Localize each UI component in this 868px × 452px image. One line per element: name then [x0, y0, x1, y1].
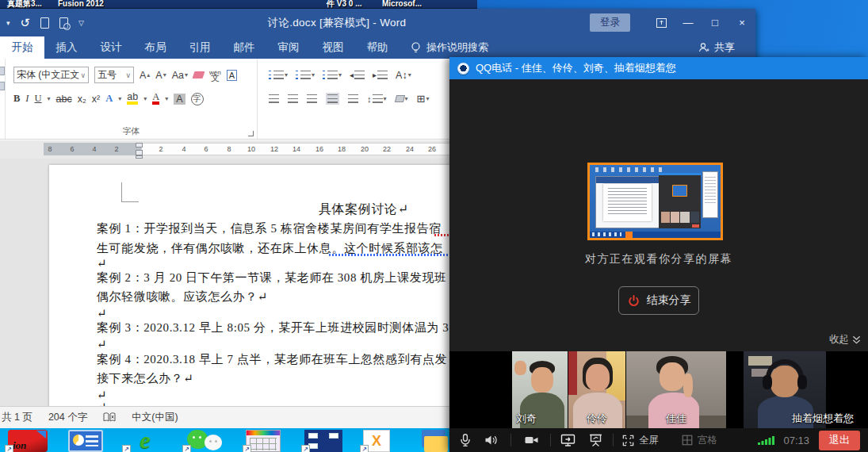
enclose-characters-button[interactable]: 字 — [191, 93, 204, 105]
desktop-icon-wechat[interactable]: ↗ — [185, 430, 230, 452]
background-window-title[interactable]: 件 V3 0 ... — [327, 0, 361, 8]
highlight-button[interactable]: ab — [127, 93, 138, 105]
clear-formatting-button[interactable] — [193, 71, 204, 79]
multilevel-list-button[interactable]: ▾ — [323, 71, 342, 79]
font-name-value: 宋体 (中文正文 — [17, 68, 79, 82]
tab-layout[interactable]: 布局 — [133, 36, 178, 59]
fullscreen-button[interactable]: 全屏 — [621, 434, 659, 447]
tell-me-search[interactable]: 操作说明搜索 — [411, 36, 488, 59]
grow-font-button[interactable]: A▴ — [140, 70, 150, 81]
tab-references[interactable]: 引用 — [178, 36, 222, 59]
speaker-icon[interactable] — [484, 433, 498, 447]
align-center-button[interactable] — [288, 94, 298, 103]
italic-button[interactable]: I — [25, 93, 29, 105]
desktop-icon-x-document[interactable]: X↗ — [363, 430, 404, 452]
new-document-icon[interactable] — [40, 17, 49, 29]
grid-view-button[interactable]: 宫格 — [681, 434, 717, 447]
subscript-button[interactable]: x₂ — [78, 94, 86, 105]
increase-indent-button[interactable]: ▸ — [373, 71, 388, 79]
language-status[interactable]: 中文(中国) — [132, 411, 178, 424]
bullets-button[interactable]: ▾ — [269, 71, 288, 79]
justify-button[interactable] — [326, 93, 339, 105]
desktop[interactable]: ion↗ e↗ ↗ ↗ ↗ X↗ — [0, 428, 449, 452]
decrease-indent-button[interactable]: ◂ — [350, 71, 365, 79]
desktop-icon-folder[interactable] — [422, 430, 449, 452]
background-window-title[interactable]: Microsof... — [382, 0, 422, 8]
shrink-font-button[interactable]: A▾ — [155, 70, 166, 81]
font-dialog-launcher[interactable] — [248, 131, 254, 136]
sort-button[interactable]: A↕▾ — [396, 70, 411, 81]
font-color-button[interactable]: A — [152, 93, 159, 105]
exit-call-button[interactable]: 退出 — [819, 431, 860, 450]
distribute-button[interactable] — [348, 94, 358, 103]
chevron-down-icon[interactable]: ▾ — [6, 19, 10, 27]
collapse-videos-button[interactable]: 收起 — [829, 333, 862, 347]
tab-review[interactable]: 审阅 — [266, 36, 311, 59]
toolbar-divider — [613, 434, 614, 446]
ruler-number: 4 — [182, 145, 185, 153]
line-spacing-button[interactable]: ↕▾ — [367, 94, 387, 104]
ribbon-display-options-icon[interactable] — [648, 16, 675, 30]
borders-button[interactable]: ⊞▾ — [417, 93, 430, 105]
video-thumbnail[interactable]: 佳佳 — [626, 351, 726, 428]
strikethrough-button[interactable]: abc — [56, 94, 72, 105]
proofing-errors-icon[interactable] — [103, 412, 116, 423]
underline-button[interactable]: U — [35, 93, 42, 105]
end-share-button[interactable]: 结束分享 — [618, 286, 699, 315]
word-titlebar[interactable]: ▾ ↺ ▽ 讨论.docx [兼容模式] - Word 登录 — □ × — [0, 9, 755, 36]
microphone-icon[interactable] — [458, 433, 472, 447]
page-count[interactable]: 共 1 页 — [2, 411, 33, 424]
video-thumbnail[interactable]: 伶伶 — [568, 351, 625, 428]
tab-view[interactable]: 视图 — [311, 36, 355, 59]
character-shading-button[interactable]: A — [174, 94, 185, 105]
font-size-combo[interactable]: 五号∨ — [94, 67, 134, 83]
login-button[interactable]: 登录 — [590, 13, 630, 32]
background-window-title[interactable]: Fusion 2012 — [58, 0, 104, 8]
shortcut-arrow-icon: ↗ — [360, 445, 369, 452]
tab-help[interactable]: 帮助 — [355, 36, 400, 59]
ruler-number: 20 — [361, 145, 369, 153]
tab-mailings[interactable]: 邮件 — [222, 36, 266, 59]
share-button[interactable]: 共享 — [698, 36, 735, 59]
superscript-button[interactable]: x² — [92, 94, 100, 105]
text-effects-button[interactable]: A — [105, 93, 113, 105]
shading-button[interactable]: ▾ — [396, 95, 408, 102]
tab-insert[interactable]: 插入 — [44, 36, 89, 59]
character-border-button[interactable]: A — [227, 70, 237, 81]
video-thumbnail[interactable]: 刘奇 — [512, 351, 568, 428]
mini-desktop-icons — [595, 167, 667, 172]
video-thumbnail[interactable]: 抽着烟想着您 — [727, 351, 860, 428]
font-name-combo[interactable]: 宋体 (中文正文∨ — [13, 67, 89, 83]
phonetic-guide-button[interactable]: wén文 — [209, 70, 221, 81]
desktop-icon-notebook[interactable]: ↗ — [246, 430, 287, 452]
clipboard-group-partial[interactable] — [0, 59, 6, 139]
minimize-button[interactable]: — — [675, 17, 702, 29]
word-count[interactable]: 204 个字 — [48, 411, 87, 424]
desktop-icon-fusion[interactable]: ion↗ — [8, 430, 49, 452]
desktop-icon-browser[interactable]: e↗ — [125, 430, 170, 452]
share-screen-icon[interactable] — [560, 433, 575, 447]
close-button[interactable]: × — [728, 17, 755, 29]
qq-titlebar[interactable]: QQ电话 - 佳佳、伶伶、刘奇、抽着烟想着您 — [449, 57, 868, 79]
ruler-number: 12 — [270, 145, 278, 153]
change-case-button[interactable]: Aa▾ — [172, 70, 188, 81]
tab-home[interactable]: 开始 — [0, 36, 44, 59]
ruler-number: 24 — [406, 145, 414, 153]
align-right-button[interactable] — [307, 94, 317, 103]
desktop-icon-presentation[interactable] — [68, 430, 109, 452]
background-window-title[interactable]: 真题第3... — [7, 0, 42, 8]
print-preview-icon[interactable] — [59, 17, 68, 29]
desktop-icon-flowchart[interactable]: ↗ — [304, 430, 346, 452]
presentation-icon[interactable] — [588, 433, 603, 447]
tab-design[interactable]: 设计 — [89, 36, 133, 59]
mini-qq-window — [659, 173, 701, 228]
maximize-button[interactable]: □ — [702, 17, 728, 29]
numbering-button[interactable]: ▾ — [296, 71, 315, 79]
undo-icon[interactable]: ↺ — [21, 17, 31, 29]
qat-customize-icon[interactable]: ▽ — [78, 19, 84, 27]
camera-icon[interactable] — [524, 433, 539, 447]
bold-button[interactable]: B — [13, 93, 20, 105]
first-line-indent-marker[interactable] — [136, 143, 143, 147]
align-left-button[interactable] — [269, 94, 279, 103]
hanging-indent-marker[interactable] — [136, 150, 143, 155]
